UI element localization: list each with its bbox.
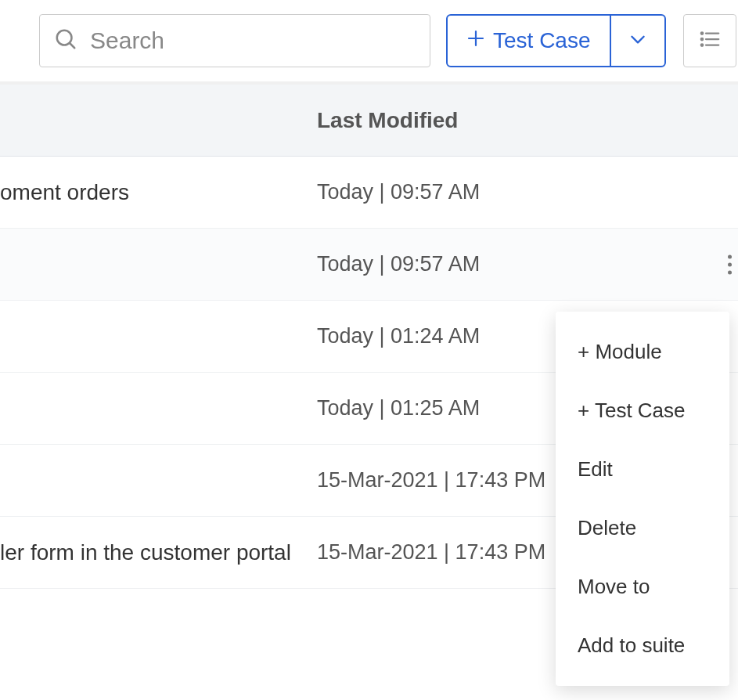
row-title: ler form in the customer portal bbox=[0, 540, 317, 565]
svg-point-8 bbox=[700, 44, 703, 46]
context-add-test-case[interactable]: + Test Case bbox=[556, 381, 729, 440]
svg-point-4 bbox=[700, 32, 703, 34]
context-add-module[interactable]: + Module bbox=[556, 323, 729, 381]
new-test-case-button-group: Test Case bbox=[446, 14, 666, 67]
search-icon bbox=[54, 27, 77, 54]
row-date: 15-Mar-2021 | 17:43 PM bbox=[317, 468, 545, 493]
table-row[interactable]: Today | 09:57 AM bbox=[0, 229, 738, 301]
new-test-case-label: Test Case bbox=[493, 28, 591, 53]
plus-icon bbox=[466, 28, 485, 53]
toolbar: Test Case bbox=[0, 0, 738, 85]
table-row[interactable]: oment orders Today | 09:57 AM bbox=[0, 157, 738, 229]
row-date: Today | 01:24 AM bbox=[317, 324, 480, 348]
context-menu: + Module + Test Case Edit Delete Move to… bbox=[556, 312, 729, 686]
svg-point-6 bbox=[700, 38, 703, 41]
row-title: oment orders bbox=[0, 180, 317, 205]
chevron-down-icon bbox=[628, 29, 648, 52]
context-move-to[interactable]: Move to bbox=[556, 557, 729, 616]
column-header-last-modified: Last Modified bbox=[317, 108, 458, 133]
row-date: Today | 01:25 AM bbox=[317, 396, 480, 420]
row-date: Today | 09:57 AM bbox=[317, 252, 480, 276]
new-test-case-dropdown[interactable] bbox=[610, 16, 664, 66]
context-delete[interactable]: Delete bbox=[556, 499, 729, 557]
row-date: 15-Mar-2021 | 17:43 PM bbox=[317, 540, 545, 565]
context-add-to-suite[interactable]: Add to suite bbox=[556, 616, 729, 675]
new-test-case-button[interactable]: Test Case bbox=[448, 16, 610, 66]
search-field[interactable] bbox=[39, 14, 430, 67]
svg-line-1 bbox=[70, 43, 74, 48]
context-edit[interactable]: Edit bbox=[556, 440, 729, 499]
list-view-button[interactable] bbox=[683, 14, 736, 67]
table-header: Last Modified bbox=[0, 85, 738, 157]
list-icon bbox=[698, 27, 722, 54]
row-actions-button[interactable] bbox=[725, 248, 735, 280]
search-input[interactable] bbox=[90, 27, 416, 54]
row-date: Today | 09:57 AM bbox=[317, 180, 480, 204]
